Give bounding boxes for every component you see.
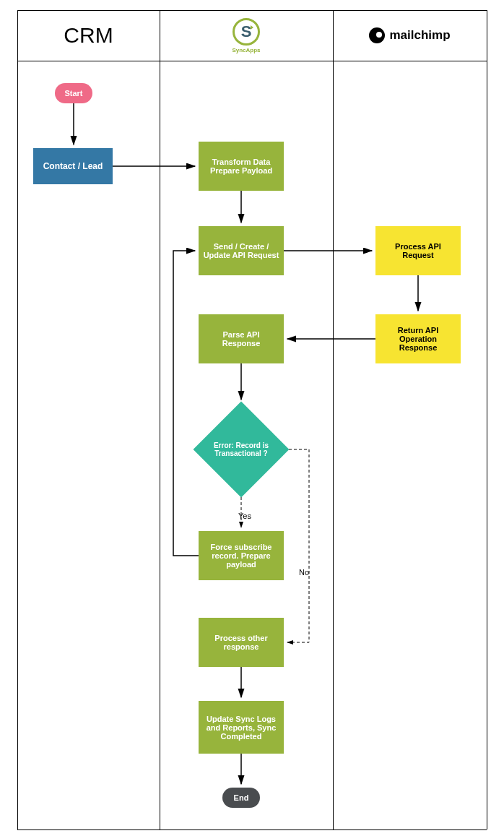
node-start: Start	[55, 83, 92, 103]
column-header-crm: CRM	[17, 10, 160, 61]
node-force-subscribe: Force subscribe record. Prepare payload	[199, 531, 284, 580]
node-end: End	[222, 788, 260, 808]
node-return-api: Return API Operation Response	[375, 314, 461, 363]
node-transform: Transform Data Prepare Payload	[199, 142, 284, 191]
label-no: No	[299, 568, 309, 577]
label-yes: Yes	[238, 512, 251, 520]
node-contact-lead: Contact / Lead	[33, 148, 113, 184]
flowchart-container: CRM S SyncApps mailchimp Start Contact /…	[0, 0, 504, 836]
node-process-api: Process API Request	[375, 226, 461, 275]
node-decision: Error: Record is Transactional ?	[194, 402, 289, 497]
mailchimp-label: mailchimp	[389, 28, 450, 43]
syncapps-label: SyncApps	[232, 47, 260, 53]
node-send-request: Send / Create / Update API Request	[199, 226, 284, 275]
node-process-other: Process other response	[199, 618, 284, 667]
decision-text: Error: Record is Transactional ?	[198, 441, 284, 457]
mailchimp-icon	[369, 27, 385, 43]
column-header-mailchimp: mailchimp	[333, 10, 487, 61]
node-update-logs: Update Sync Logs and Reports, Sync Compl…	[199, 701, 284, 754]
node-parse-response: Parse API Response	[199, 314, 284, 363]
syncapps-logo-icon: S SyncApps	[232, 18, 260, 53]
column-header-syncapps: S SyncApps	[160, 10, 333, 61]
